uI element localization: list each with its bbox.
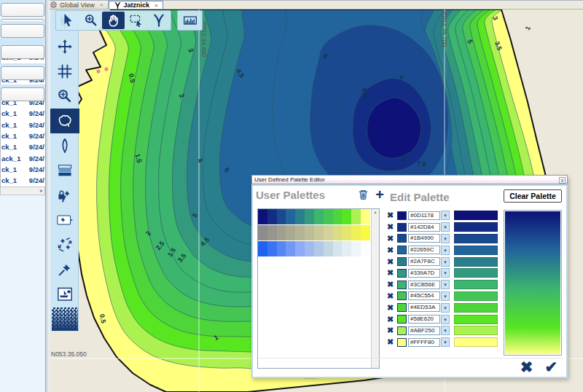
color-swatch[interactable]	[397, 223, 407, 232]
dialog-titlebar[interactable]: User Defined Palette Editor x	[251, 175, 568, 184]
document-tab[interactable]: Jatznick ×	[109, 1, 163, 9]
map-mode-button[interactable]	[79, 12, 102, 29]
color-dropdown-button[interactable]: ▾	[441, 280, 450, 289]
color-swatch[interactable]	[397, 281, 407, 289]
tab-close-icon[interactable]: ×	[100, 1, 103, 8]
sidebar-section-button[interactable]	[1, 3, 44, 17]
remove-color-icon[interactable]: ✖	[387, 268, 397, 278]
color-dropdown-button[interactable]: ▾	[441, 303, 450, 313]
remove-color-icon[interactable]: ✖	[387, 246, 397, 255]
tool-button[interactable]	[50, 158, 79, 183]
scroll-right-icon[interactable]: ▸	[40, 187, 43, 194]
palette-strip[interactable]	[258, 241, 370, 256]
color-hex-field[interactable]: #FFFF80	[408, 338, 440, 347]
color-dropdown-button[interactable]: ▾	[441, 211, 450, 220]
cancel-button[interactable]: ✖	[520, 360, 533, 375]
track-list-row[interactable]: ck_1 9/24/	[1, 119, 45, 130]
remove-color-icon[interactable]: ✖	[387, 234, 397, 243]
map-mode-button[interactable]	[125, 12, 147, 29]
color-swatch[interactable]	[397, 234, 407, 243]
grid-icon	[57, 63, 73, 79]
color-swatch[interactable]	[397, 303, 407, 312]
map-mode-button[interactable]	[57, 12, 79, 29]
color-dropdown-button[interactable]: ▾	[441, 291, 450, 301]
remove-color-icon[interactable]: ✖	[387, 326, 397, 335]
remove-color-icon[interactable]: ✖	[387, 257, 397, 267]
map-mode-button[interactable]	[102, 12, 125, 29]
confirm-button[interactable]: ✔	[544, 360, 557, 375]
color-hex-field[interactable]: #3CB56E	[408, 281, 440, 289]
palette-strip[interactable]	[258, 225, 370, 240]
track-name: ck_1	[1, 132, 17, 140]
color-hex-field[interactable]: #142D84	[408, 223, 440, 232]
color-hex-field[interactable]: #4ED53A	[408, 303, 440, 312]
color-swatch[interactable]	[397, 257, 407, 266]
sidebar-section-button[interactable]	[1, 87, 44, 101]
track-list-row[interactable]: ck_1 9/24/	[1, 108, 45, 119]
track-list-scrollbar[interactable]: ▸	[0, 187, 45, 195]
tool-button[interactable]	[50, 232, 79, 257]
color-swatch[interactable]	[397, 291, 407, 300]
tool-button[interactable]	[50, 257, 79, 282]
tool-button[interactable]	[50, 34, 79, 59]
clear-palette-button[interactable]: Clear Palette	[504, 189, 562, 203]
color-hex-field[interactable]: #45C554	[408, 291, 440, 300]
dialog-close-icon[interactable]: x	[559, 177, 566, 184]
color-hex-field[interactable]: #1B4990	[408, 234, 440, 243]
palette-strip[interactable]	[258, 209, 370, 224]
palette-list-scrollbar[interactable]: ▴	[371, 209, 379, 368]
color-dropdown-button[interactable]: ▾	[441, 234, 450, 243]
color-swatch[interactable]	[397, 246, 407, 254]
document-tab[interactable]: Global View ×	[45, 1, 109, 9]
remove-color-icon[interactable]: ✖	[387, 222, 397, 232]
sidebar-section-button[interactable]	[1, 45, 44, 59]
tool-button[interactable]	[50, 183, 79, 208]
tool-button[interactable]	[50, 59, 79, 84]
color-dropdown-button[interactable]: ▾	[441, 222, 450, 232]
color-dropdown-button[interactable]: ▾	[441, 257, 450, 267]
scroll-up-icon[interactable]: ▴	[374, 210, 376, 214]
tab-close-icon[interactable]: ×	[154, 2, 158, 9]
color-hex-field[interactable]: #22659C	[408, 246, 440, 254]
track-list-row[interactable]: ack_1 9/24/	[1, 153, 45, 164]
color-dropdown-button[interactable]: ▾	[441, 326, 450, 335]
track-list-row[interactable]: ck_1 9/24/	[1, 175, 45, 186]
tool-button[interactable]	[50, 84, 79, 109]
depth-profile-button[interactable]	[179, 12, 201, 29]
tool-button[interactable]	[50, 282, 79, 307]
sidebar-section-button[interactable]	[1, 66, 44, 80]
color-hex-field[interactable]: #339A7D	[408, 269, 440, 278]
color-swatch[interactable]	[397, 211, 407, 220]
remove-color-icon[interactable]: ✖	[387, 291, 397, 301]
track-list-row[interactable]: ck_1 9/24/	[1, 164, 45, 175]
remove-color-icon[interactable]: ✖	[387, 280, 397, 289]
map-mode-button[interactable]	[147, 12, 170, 29]
remove-color-icon[interactable]: ✖	[387, 315, 397, 324]
remove-color-icon[interactable]: ✖	[387, 303, 397, 313]
sidebar-section-button[interactable]	[1, 24, 44, 38]
color-hex-field[interactable]: #2A7F8C	[408, 257, 440, 266]
color-swatch[interactable]	[397, 326, 407, 335]
tool-button[interactable]	[50, 307, 79, 332]
track-list-row[interactable]: ck_1 9/24/	[1, 130, 45, 141]
color-swatch[interactable]	[397, 338, 407, 347]
add-palette-icon[interactable]: +	[375, 189, 384, 200]
color-dropdown-button[interactable]: ▾	[441, 315, 450, 324]
remove-color-icon[interactable]: ✖	[387, 337, 397, 347]
color-dropdown-button[interactable]: ▾	[441, 337, 450, 347]
user-palette-list[interactable]: ▴	[257, 208, 380, 369]
color-swatch[interactable]	[397, 315, 407, 324]
color-hex-field[interactable]: #ABF250	[408, 326, 440, 335]
color-hex-field[interactable]: #0D1178	[408, 211, 440, 220]
tool-button[interactable]	[50, 109, 79, 133]
grid-label: E013.36.700	[441, 12, 448, 47]
color-dropdown-button[interactable]: ▾	[441, 246, 450, 255]
color-swatch[interactable]	[397, 269, 407, 278]
tool-button[interactable]	[50, 208, 79, 232]
color-dropdown-button[interactable]: ▾	[441, 268, 450, 278]
delete-palette-icon[interactable]	[357, 188, 369, 201]
track-list-row[interactable]: ck_1 9/24/	[1, 141, 45, 152]
tool-button[interactable]	[50, 133, 79, 158]
remove-color-icon[interactable]: ✖	[387, 211, 397, 220]
color-hex-field[interactable]: #58E620	[408, 315, 440, 324]
